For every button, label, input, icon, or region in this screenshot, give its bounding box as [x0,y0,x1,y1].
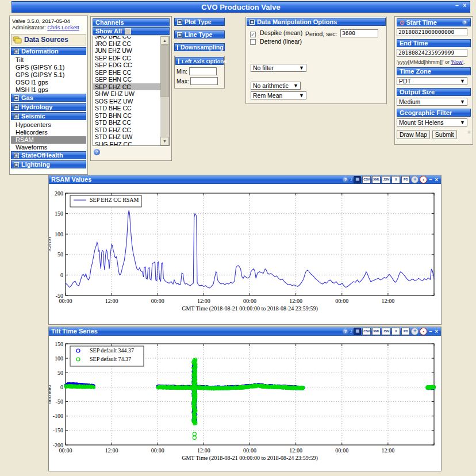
close-icon[interactable]: × [434,176,439,183]
sidebar-item-helicorders[interactable]: Helicorders [11,129,86,136]
sidebar-item-tilt[interactable]: Tilt [11,56,86,64]
channel-item[interactable]: JRO EHZ CC [93,40,160,48]
channels-help-icon[interactable]: ? [94,149,100,155]
channel-item[interactable]: STD BHE CC [93,105,160,112]
xml-export-icon[interactable]: XML [372,176,381,183]
settings-icon[interactable]: + [411,328,419,335]
collapse-icon[interactable] [14,114,19,119]
pdf-export-icon[interactable]: PD [401,328,410,335]
channel-item[interactable]: STD EHZ UW [93,133,160,141]
sidebar-section-lightning[interactable]: Lightning [11,160,86,168]
start-time-input[interactable]: 20180821000000000 [397,28,467,36]
expand-icon[interactable] [177,20,182,25]
sidebar-section-deformation[interactable]: Deformation [11,47,86,55]
submit-button[interactable]: Submit [432,130,457,139]
plot-type-bar[interactable]: Plot Type [174,18,225,26]
sidebar-section-hydrology[interactable]: Hydrology [11,103,86,111]
scroll-up-icon[interactable]: ▲ [160,36,169,45]
sidebar-section-stateofhealth[interactable]: StateOfHealth [11,151,86,159]
time-zone-header: Time Zone [397,67,471,75]
channel-item[interactable]: SHW EHZ UW [93,90,160,98]
channel-item[interactable]: STD EHZ CC [93,126,160,134]
filter-dropdown[interactable]: No filter ▼ [251,64,306,72]
channel-item[interactable]: SEP EHZ CC [93,83,160,91]
collapse-icon[interactable] [14,153,19,158]
rem-mean-dropdown[interactable]: Rem Mean ▼ [251,91,306,99]
scrollbar-thumb[interactable] [160,45,169,97]
despike-checkbox[interactable]: ✓ [250,32,256,37]
channel-item[interactable]: SEP EHN CC [93,76,160,83]
minimize-icon[interactable]: − [428,176,433,183]
period-input[interactable]: 3600 [340,29,378,37]
channel-item[interactable]: SUG EHZ CC [93,141,160,147]
channel-item[interactable]: JRO BHZ CC [93,36,160,40]
sidebar-section-gas[interactable]: Gas [11,94,86,102]
sidebar-item-rsam[interactable]: RSAM [11,136,86,144]
sidebar-item-gps-gipsy-5-1-[interactable]: GPS (GIPSY 5.1) [11,71,86,79]
sidebar-item-msh-l1-gps[interactable]: MSH l1 gps [11,86,86,94]
channel-item[interactable]: STD BHZ CC [93,119,160,126]
channel-item[interactable]: JUN EHZ UW [93,47,160,55]
channel-item[interactable]: SEP EDF CC [93,55,160,62]
collapse-icon[interactable] [14,95,19,101]
sidebar-item-gps-gipsy-6-1-[interactable]: GPS (GIPSY 6.1) [11,64,86,71]
draw-map-button[interactable]: Draw Map [397,130,430,139]
pdf-export-icon[interactable]: PD [401,176,410,183]
xml-export-icon[interactable]: XML [372,328,381,335]
channel-item[interactable]: SOS EHZ UW [93,98,160,105]
axis-min-input[interactable] [189,67,217,75]
show-all-checkbox[interactable] [125,28,131,34]
sidebar-item-hypocenters[interactable]: Hypocenters [11,121,86,129]
sidebar-item-oso-l1-gps[interactable]: OSO l1 gps [11,79,86,86]
help-icon[interactable]: ? [343,328,349,335]
output-size-dropdown[interactable]: Medium ▼ [397,98,467,106]
channel-item[interactable]: SEP EHE CC [93,69,160,76]
left-axis-options-header[interactable]: Left Axis Options [175,57,224,65]
geographic-filter-dropdown[interactable]: Mount St Helens ▼ [397,118,467,126]
end-time-input[interactable]: 20180824235959999 [397,49,467,57]
csv-export-icon[interactable]: CSV [362,328,371,335]
expand-icon[interactable] [177,45,178,50]
excel-export-icon[interactable]: X [391,328,400,335]
combine-icon[interactable]: ▦ [354,176,361,183]
detrend-checkbox[interactable] [250,39,256,45]
minimize-icon[interactable]: − [428,328,433,335]
timer-icon[interactable]: • [420,328,427,335]
window-minimize-button[interactable]: − [455,2,459,9]
csv-export-icon[interactable]: CSV [362,176,371,183]
administrator-link[interactable]: Chris Lockett [47,24,79,30]
audio-icon[interactable]: ♪ [350,328,353,335]
timer-icon[interactable]: • [420,176,427,183]
window-close-button[interactable]: × [463,2,466,9]
channel-item[interactable]: SEP EDG CC [93,62,160,69]
sidebar-item-waveforms[interactable]: Waveforms [11,144,86,151]
settings-icon[interactable]: + [411,176,419,183]
channel-list-scrollbar[interactable]: ▲ ▼ [160,36,169,145]
downsampling-bar[interactable]: Downsampling [174,43,225,51]
close-icon[interactable]: × [434,328,439,335]
time-help-icon[interactable]: ? [462,20,468,25]
sidebar-section-label: Lightning [21,161,50,168]
sidebar-section-seismic[interactable]: Seismic [11,112,86,120]
axis-max-input[interactable] [190,77,218,85]
help-icon[interactable]: ? [343,176,349,183]
data-manipulation-header[interactable]: Data Manipulation Options [247,18,386,26]
collapse-icon[interactable] [14,162,19,167]
expand-icon[interactable] [177,32,182,37]
collapse-icon[interactable] [14,105,19,110]
excel-export-icon[interactable]: X [391,176,400,183]
scroll-down-icon[interactable]: ▼ [160,137,169,145]
collapse-icon[interactable] [178,59,179,64]
audio-icon[interactable]: ♪ [350,176,353,183]
time-zone-dropdown[interactable]: PDT ▼ [397,77,467,85]
svg-text:150: 150 [55,341,63,347]
collapse-icon[interactable] [14,49,19,54]
now-link[interactable]: 'Now' [451,59,463,65]
line-type-bar[interactable]: Line Type [174,30,225,39]
collapse-icon[interactable] [249,20,255,25]
arithmetic-dropdown[interactable]: No arithmetic ▼ [251,82,301,90]
json-export-icon[interactable]: JSN [382,328,390,335]
combine-icon[interactable]: ▦ [354,328,361,335]
channel-item[interactable]: STD BHN CC [93,112,160,120]
json-export-icon[interactable]: JSN [382,176,390,183]
